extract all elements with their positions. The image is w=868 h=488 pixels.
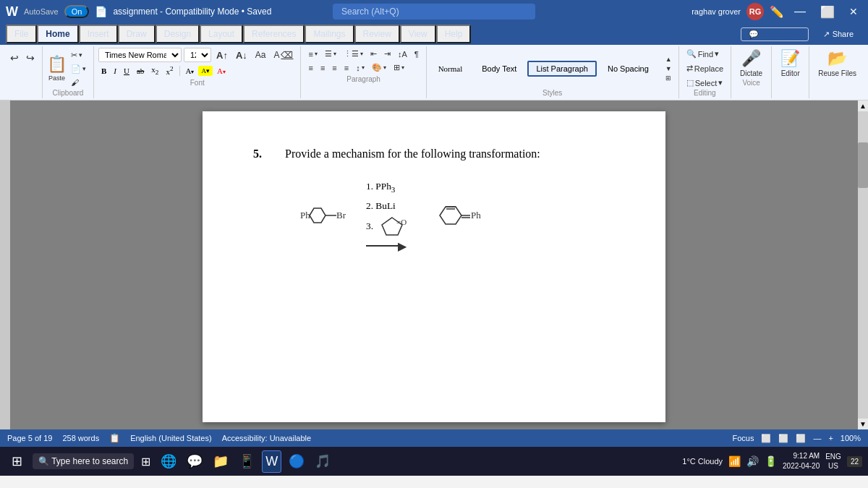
superscript-button[interactable]: x2 [163,64,176,77]
numbering-button[interactable]: ☰▾ [322,48,339,60]
align-right-button[interactable]: ≡ [329,62,339,74]
reagent-2: 2. BuLi [366,197,407,215]
shading-button[interactable]: 🎨▾ [369,61,389,74]
search-taskbar-button[interactable]: 🔍 Type here to search [33,453,134,469]
task-view-button[interactable]: ⊞ [138,452,153,471]
subscript-button[interactable]: x2 [148,64,161,77]
word-taskbar-icon[interactable]: W [262,450,281,473]
chrome2-icon[interactable]: 🔵 [286,450,307,472]
view-read-icon[interactable]: ⬜ [796,434,806,443]
volume-icon[interactable]: 🔊 [746,455,759,467]
bold-button[interactable]: B [98,65,109,77]
left-scrollbar[interactable] [0,100,10,429]
style-list-paragraph[interactable]: List Paragraph [527,61,597,77]
scroll-thumb[interactable] [858,142,868,189]
line-spacing-button[interactable]: ↕▾ [353,62,367,74]
styles-scroll-down[interactable]: ▼ [663,64,674,73]
tab-insert[interactable]: Insert [79,25,118,43]
clear-format-button[interactable]: A⌫ [271,48,296,61]
global-search-input[interactable] [333,4,535,20]
show-marks-button[interactable]: ¶ [412,48,422,60]
files-icon[interactable]: 📁 [210,450,231,472]
cut-button[interactable]: ✂ ▾ [68,49,89,61]
font-color2-button[interactable]: A▾ [214,65,229,77]
language-indicator[interactable]: ENG US [825,452,841,471]
find-button[interactable]: 🔍 Find ▾ [684,48,726,60]
editor-button[interactable]: 📝 Editor [776,48,804,79]
voice-label: Voice [742,79,760,87]
autosave-toggle[interactable]: On [64,5,90,18]
tab-review[interactable]: Review [354,25,400,43]
redo-button[interactable]: ↪ [23,51,38,65]
align-left-button[interactable]: ≡ [305,62,315,74]
tab-references[interactable]: References [243,25,305,43]
share-button[interactable]: ↗ Share [814,27,862,41]
font-size-select[interactable]: 12 [184,48,211,62]
underline-button[interactable]: U [121,65,132,77]
align-center-button[interactable]: ≡ [318,62,328,74]
chrome-icon[interactable]: 🌐 [158,450,179,472]
zoom-in-icon[interactable]: + [828,434,833,442]
tab-view[interactable]: View [400,25,436,43]
pen-icon[interactable]: ✏️ [770,5,784,19]
maximize-button[interactable]: ⬜ [816,5,839,19]
undo-button[interactable]: ↩ [7,51,22,65]
style-normal[interactable]: Normal [430,61,472,77]
styles-scroll-up[interactable]: ▲ [663,55,674,64]
clock-display[interactable]: 9:12 AM 2022-04-20 [783,451,820,471]
scroll-down-button[interactable]: ▼ [858,419,868,429]
accessibility-status[interactable]: Accessibility: Unavailable [222,434,312,442]
close-button[interactable]: ✕ [845,6,862,17]
spotify-icon[interactable]: 🎵 [312,450,333,472]
lang-eng: ENG [825,452,841,461]
borders-button[interactable]: ⊞▾ [391,61,407,74]
style-body-text[interactable]: Body Text [473,61,525,77]
increase-font-button[interactable]: A↑ [213,48,231,62]
show-desktop-button[interactable]: 22 [847,456,862,467]
comments-button[interactable]: 💬 Comments [741,27,808,41]
whatsapp-icon[interactable]: 📱 [236,450,258,472]
start-button[interactable]: ⊞ [6,450,28,472]
select-button[interactable]: ⬚ Select ▾ [684,77,726,89]
font-color-button[interactable]: A▾ [183,65,197,77]
dictate-button[interactable]: 🎤 Dictate [736,48,767,79]
teams-icon[interactable]: 💬 [184,450,205,472]
find-icon: 🔍 [686,49,697,59]
view-web-icon[interactable]: ⬜ [778,434,788,443]
view-print-icon[interactable]: ⬜ [761,434,771,443]
format-painter-button[interactable]: 🖌 [68,77,89,88]
language-status[interactable]: English (United States) [130,434,212,442]
justify-button[interactable]: ≡ [341,62,352,74]
font-case-button[interactable]: Aa [252,48,269,61]
tab-draw[interactable]: Draw [118,25,156,43]
replace-button[interactable]: ⇄ Replace [684,62,726,74]
network-icon[interactable]: 📶 [728,455,741,467]
strikethrough-button[interactable]: ab [134,65,147,77]
styles-expand[interactable]: ⊞ [663,74,674,82]
multilevel-list-button[interactable]: ⋮☰▾ [341,48,366,60]
bullets-button[interactable]: ≡▾ [305,48,320,60]
highlight-color-button[interactable]: A▾ [198,66,213,76]
tab-mailings[interactable]: Mailings [305,25,354,43]
right-scrollbar[interactable]: ▲ ▼ [858,100,868,429]
tab-home[interactable]: Home [37,25,78,43]
increase-indent-button[interactable]: ⇥ [381,48,393,60]
reuse-files-button[interactable]: 📂 Reuse Files [814,48,861,79]
font-name-select[interactable]: Times New Roman [98,48,182,62]
tab-help[interactable]: Help [436,25,472,43]
decrease-font-button[interactable]: A↓ [233,48,250,62]
scroll-up-button[interactable]: ▲ [858,100,868,111]
sort-button[interactable]: ↕A [395,48,410,60]
italic-button[interactable]: I [111,65,119,77]
tab-file[interactable]: File [6,25,37,43]
forward-arrow: ▶ [366,239,407,253]
tab-layout[interactable]: Layout [200,25,243,43]
select-label: Select [695,79,718,87]
minimize-button[interactable]: — [790,5,810,18]
decrease-indent-button[interactable]: ⇤ [367,48,380,60]
focus-button[interactable]: Focus [732,434,754,442]
copy-button[interactable]: 📄 ▾ [68,63,89,75]
style-no-spacing[interactable]: No Spacing [599,61,658,77]
tab-design[interactable]: Design [156,25,200,43]
battery-icon[interactable]: 🔋 [765,455,777,467]
